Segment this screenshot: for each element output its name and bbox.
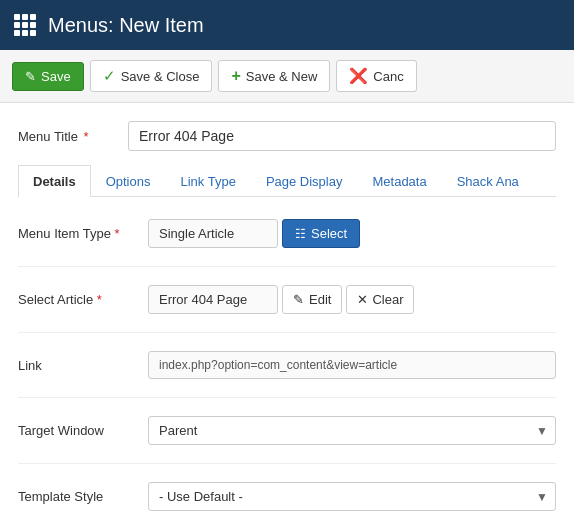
menu-item-type-controls: Single Article ☷ Select — [148, 219, 556, 248]
link-row: Link index.php?option=com_content&view=a… — [18, 345, 556, 385]
select-article-value: Error 404 Page — [148, 285, 278, 314]
menu-item-type-row: Menu Item Type * Single Article ☷ Select — [18, 213, 556, 254]
edit-article-button[interactable]: ✎ Edit — [282, 285, 342, 314]
menu-item-type-label: Menu Item Type * — [18, 226, 148, 241]
tab-options[interactable]: Options — [91, 165, 166, 197]
target-window-controls: Parent New Window Popup ▼ — [148, 416, 556, 445]
template-style-label: Template Style — [18, 489, 148, 504]
edit-icon: ✎ — [293, 292, 304, 307]
times-icon: ✕ — [357, 292, 368, 307]
link-controls: index.php?option=com_content&view=articl… — [148, 351, 556, 379]
cancel-button[interactable]: ❌ Canc — [336, 60, 416, 92]
select-article-row: Select Article * Error 404 Page ✎ Edit ✕… — [18, 279, 556, 320]
template-style-select[interactable]: - Use Default - Beez3 - Default Protosta… — [148, 482, 556, 511]
tab-link-type[interactable]: Link Type — [165, 165, 250, 197]
save-new-button[interactable]: + Save & New — [218, 60, 330, 92]
save-icon: ✎ — [25, 69, 36, 84]
select-article-label: Select Article * — [18, 292, 148, 307]
menu-item-type-value: Single Article — [148, 219, 278, 248]
tabs-bar: Details Options Link Type Page Display M… — [18, 165, 556, 197]
content-area: Menu Title * Details Options Link Type P… — [0, 103, 574, 521]
plus-icon: + — [231, 67, 240, 85]
save-button[interactable]: ✎ Save — [12, 62, 84, 91]
x-icon: ❌ — [349, 67, 368, 85]
menu-title-row: Menu Title * — [18, 121, 556, 151]
save-close-button[interactable]: ✓ Save & Close — [90, 60, 213, 92]
page-header: Menus: New Item — [0, 0, 574, 50]
check-icon: ✓ — [103, 67, 116, 85]
tab-page-display[interactable]: Page Display — [251, 165, 358, 197]
target-window-wrapper: Parent New Window Popup ▼ — [148, 416, 556, 445]
menu-icon — [14, 14, 36, 36]
select-grid-icon: ☷ — [295, 227, 306, 241]
tab-metadata[interactable]: Metadata — [357, 165, 441, 197]
menu-title-input[interactable] — [128, 121, 556, 151]
toolbar: ✎ Save ✓ Save & Close + Save & New ❌ Can… — [0, 50, 574, 103]
clear-article-button[interactable]: ✕ Clear — [346, 285, 414, 314]
template-style-wrapper: - Use Default - Beez3 - Default Protosta… — [148, 482, 556, 511]
select-type-button[interactable]: ☷ Select — [282, 219, 360, 248]
template-style-row: Template Style - Use Default - Beez3 - D… — [18, 476, 556, 517]
tab-shack-analytics[interactable]: Shack Ana — [442, 165, 534, 197]
link-label: Link — [18, 358, 148, 373]
page-title: Menus: New Item — [48, 14, 204, 37]
template-style-controls: - Use Default - Beez3 - Default Protosta… — [148, 482, 556, 511]
target-window-select[interactable]: Parent New Window Popup — [148, 416, 556, 445]
tab-details[interactable]: Details — [18, 165, 91, 197]
target-window-label: Target Window — [18, 423, 148, 438]
menu-title-label: Menu Title * — [18, 129, 128, 144]
select-article-controls: Error 404 Page ✎ Edit ✕ Clear — [148, 285, 556, 314]
link-value: index.php?option=com_content&view=articl… — [148, 351, 556, 379]
target-window-row: Target Window Parent New Window Popup ▼ — [18, 410, 556, 451]
